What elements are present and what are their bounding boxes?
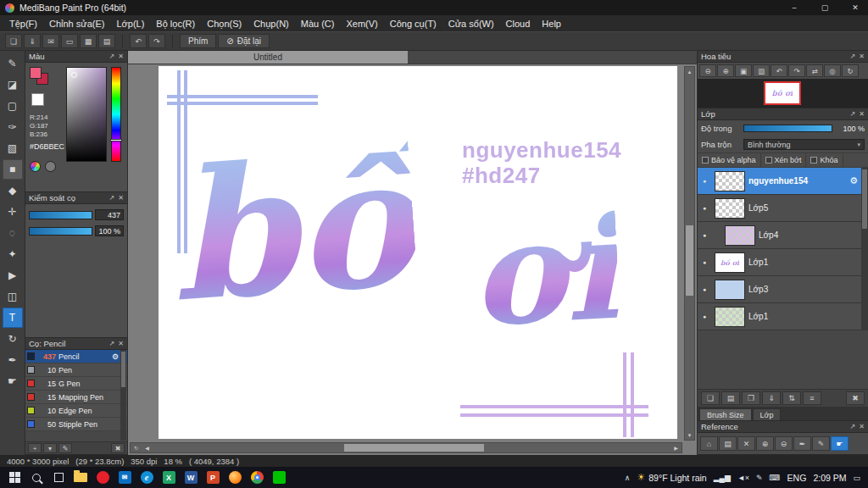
layer-list-scrollbar[interactable] <box>861 168 868 330</box>
protect-alpha-checkbox[interactable]: Bảo vệ alpha <box>698 153 761 167</box>
green-app-button[interactable] <box>268 467 290 488</box>
palette-icon[interactable] <box>45 161 56 172</box>
clear-button[interactable]: ✕ <box>737 436 755 451</box>
brush-row[interactable]: 10 Edge Pen <box>25 404 127 418</box>
checkbox-icon[interactable] <box>810 157 817 164</box>
brush-menu-button[interactable]: ▾ <box>43 443 57 453</box>
popout-icon[interactable]: ↗ <box>109 340 115 347</box>
scroll-left-icon[interactable]: ◀ <box>142 443 153 452</box>
menu-cloud[interactable]: Cloud <box>500 19 537 29</box>
menu-filter[interactable]: Bộ lọc(R) <box>150 19 201 29</box>
close-button[interactable]: ✕ <box>843 0 868 15</box>
eye-icon[interactable]: ● <box>698 259 711 265</box>
network-icon[interactable]: ▂▄▆ <box>714 474 731 482</box>
hue-slider[interactable] <box>111 67 121 162</box>
select-tool-button[interactable]: ▢ <box>3 96 23 116</box>
text-tool-button[interactable]: T <box>3 308 23 328</box>
open-folder-button[interactable]: ▤ <box>719 436 737 451</box>
scrollbar-thumb[interactable] <box>121 352 125 387</box>
close-icon[interactable]: ✕ <box>118 194 124 202</box>
document-tab[interactable]: Untitled <box>128 51 408 64</box>
new-document-button[interactable]: ❏ <box>5 34 22 48</box>
maximize-button[interactable]: ▢ <box>812 0 837 15</box>
color-wheel-icon[interactable] <box>30 161 41 172</box>
zoom-in-button[interactable]: ⊕ <box>717 64 734 77</box>
chrome-button[interactable] <box>246 467 268 488</box>
display-button[interactable]: ▭ <box>61 34 78 48</box>
material-button[interactable]: ▤ <box>98 34 115 48</box>
tray-expand-icon[interactable]: ∧ <box>625 474 631 482</box>
rotate-right-button[interactable]: ↷ <box>788 64 805 77</box>
eye-icon[interactable]: ● <box>698 313 711 319</box>
delete-layer-button[interactable]: ✖ <box>846 391 865 405</box>
minimize-button[interactable]: – <box>782 0 807 15</box>
hand-button[interactable]: ☛ <box>831 436 849 451</box>
scroll-up-icon[interactable]: ▲ <box>685 67 694 76</box>
reset-view-button[interactable]: ◎ <box>824 64 841 77</box>
layer-row[interactable]: ● bố ơi Lớp1 <box>698 249 868 276</box>
horizontal-scrollbar[interactable]: ↻ ◀ ▶ <box>130 442 682 453</box>
shape-tool-button[interactable]: ■ <box>3 159 23 180</box>
clipping-checkbox[interactable]: Xén bớt <box>761 153 807 167</box>
close-icon[interactable]: ✕ <box>859 53 865 60</box>
scrollbar-thumb[interactable] <box>862 169 867 229</box>
edge-button[interactable]: e <box>136 467 158 488</box>
brush-row[interactable]: 15 G Pen <box>25 377 127 391</box>
reset-rotation-icon[interactable]: ↻ <box>131 443 142 452</box>
scroll-down-icon[interactable]: ▼ <box>685 430 694 440</box>
add-folder-button[interactable]: ▤ <box>721 391 740 405</box>
tab-brush-size[interactable]: Brush Size <box>699 408 752 420</box>
hand-tool-button[interactable]: ☛ <box>3 371 23 391</box>
actual-size-button[interactable]: ▥ <box>753 64 770 77</box>
merge-layer-button[interactable]: ⇓ <box>762 391 781 405</box>
red-app-button[interactable] <box>92 467 114 488</box>
menu-view[interactable]: Xem(V) <box>340 19 383 29</box>
lasso-tool-button[interactable]: ◌ <box>3 223 23 243</box>
eye-icon[interactable]: ● <box>698 286 711 292</box>
gear-icon[interactable]: ⚙ <box>849 175 858 186</box>
checkbox-icon[interactable] <box>702 157 709 164</box>
menu-window[interactable]: Cửa sổ(W) <box>442 19 500 29</box>
search-button[interactable] <box>25 467 47 488</box>
eraser-tool-button[interactable]: ◪ <box>3 75 23 95</box>
sv-cursor[interactable] <box>71 72 77 78</box>
horizontal-scroll-track[interactable] <box>153 443 670 452</box>
rotate-tool-button[interactable]: ↻ <box>3 329 23 349</box>
start-button[interactable] <box>3 467 25 488</box>
layer-opacity-slider[interactable] <box>743 125 832 132</box>
menu-layer[interactable]: Lớp(L) <box>110 19 150 29</box>
zoom-out-button[interactable]: ⊖ <box>775 436 793 451</box>
foreground-color-swatch[interactable] <box>30 67 42 79</box>
close-icon[interactable]: ✕ <box>859 423 865 430</box>
eye-icon[interactable]: ● <box>698 205 711 211</box>
bucket-tool-button[interactable]: ◆ <box>3 180 23 201</box>
combine-layers-button[interactable]: ≡ <box>803 391 821 405</box>
brush-row[interactable]: 15 Mapping Pen <box>25 391 127 404</box>
zoom-out-button[interactable]: ⊖ <box>699 64 716 77</box>
layer-row[interactable]: ● Lớp1 <box>698 303 868 330</box>
gradient-tool-button[interactable]: ▧ <box>3 138 23 158</box>
fit-window-button[interactable]: ▣ <box>735 64 752 77</box>
layer-row[interactable]: ● Lớp5 <box>698 195 868 222</box>
transparent-color-swatch[interactable] <box>31 93 44 106</box>
duplicate-layer-button[interactable]: ❐ <box>742 391 760 405</box>
checkbox-icon[interactable] <box>765 157 772 164</box>
close-icon[interactable]: ✕ <box>859 110 865 118</box>
popout-icon[interactable]: ↗ <box>109 53 115 60</box>
scroll-right-icon[interactable]: ▶ <box>670 443 682 452</box>
clock[interactable]: 2:09 PM <box>813 473 846 483</box>
volume-muted-icon[interactable]: ◄× <box>737 474 749 482</box>
brush-size-slider[interactable] <box>29 211 92 219</box>
popout-icon[interactable]: ↗ <box>850 53 856 60</box>
menu-capture[interactable]: Chụp(N) <box>248 19 295 29</box>
eye-icon[interactable]: ● <box>698 178 711 184</box>
zoom-in-button[interactable]: ⊕ <box>756 436 774 451</box>
pen-tool-button[interactable]: ✎ <box>3 53 23 74</box>
eyedropper-button[interactable]: ✒ <box>793 436 811 451</box>
pen-settings-icon[interactable]: ✎ <box>756 474 763 482</box>
notification-center-icon[interactable]: ▭ <box>853 474 860 482</box>
menu-select[interactable]: Chọn(S) <box>201 19 248 29</box>
mail-app-button[interactable]: ✉ <box>114 467 136 488</box>
scrollbar-thumb[interactable] <box>344 444 484 452</box>
menu-file[interactable]: Tệp(F) <box>3 19 43 29</box>
